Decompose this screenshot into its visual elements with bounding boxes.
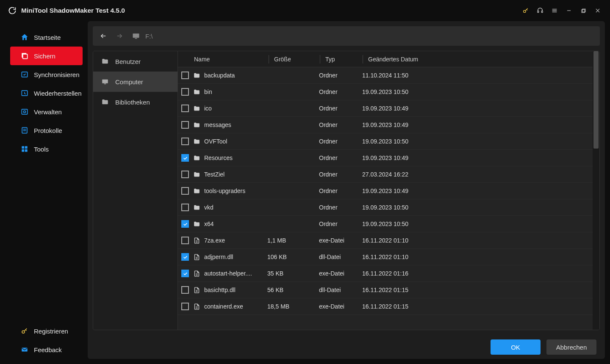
svg-rect-31 [104, 84, 106, 85]
row-checkbox[interactable] [181, 88, 189, 96]
tree-item-libraries[interactable]: Bibliotheken [93, 92, 177, 112]
file-row[interactable]: basichttp.dll56 KBdll-Datei16.11.2022 01… [178, 282, 599, 298]
folder-icon [101, 57, 109, 66]
file-date: 16.11.2022 01:15 [362, 287, 599, 293]
col-date[interactable]: Geändertes Datum [368, 56, 599, 63]
row-checkbox[interactable] [181, 72, 189, 79]
file-row[interactable]: x64Ordner19.09.2023 10:50 [178, 216, 599, 232]
sidebar-item-sync[interactable]: Synchronisieren [10, 65, 83, 84]
file-row[interactable]: tools-upgradersOrdner19.09.2023 10:49 [178, 183, 599, 199]
sidebar-item-label: Startseite [34, 34, 61, 41]
row-checkbox[interactable] [181, 154, 189, 162]
file-row[interactable]: adjperm.dll106 KBdll-Datei16.11.2022 01:… [178, 249, 599, 265]
svg-rect-12 [23, 54, 28, 59]
file-type: exe-Datei [319, 303, 362, 310]
minimize-button[interactable] [562, 4, 576, 17]
sidebar-item-logs[interactable]: Protokolle [10, 121, 83, 140]
row-checkbox[interactable] [181, 253, 189, 261]
pathbar: F:\ [93, 26, 600, 46]
svg-rect-21 [25, 146, 28, 149]
svg-rect-7 [582, 9, 585, 12]
file-icon [192, 253, 201, 261]
file-row[interactable]: 7za.exe1,1 MBexe-Datei16.11.2022 01:10 [178, 232, 599, 249]
ok-button[interactable]: OK [491, 339, 541, 355]
file-date: 19.09.2023 10:50 [362, 138, 599, 145]
maximize-button[interactable] [576, 4, 591, 17]
tree-item-label: Computer [115, 78, 143, 85]
menu-icon[interactable] [547, 4, 562, 17]
row-checkbox[interactable] [181, 220, 189, 228]
file-row[interactable]: containerd.exe18,5 MBexe-Datei16.11.2022… [178, 298, 599, 315]
sidebar-item-tools[interactable]: Tools [10, 140, 83, 158]
titlebar: MiniTool ShadowMaker Test 4.5.0 [5, 0, 605, 21]
file-name: TestZiel [204, 171, 225, 178]
col-type[interactable]: Typ [325, 56, 363, 63]
folder-icon [192, 220, 201, 228]
tree-item-computer[interactable]: Computer [93, 72, 177, 92]
file-row[interactable]: icoOrdner19.09.2023 10:49 [178, 100, 599, 117]
row-checkbox[interactable] [181, 303, 189, 310]
col-name[interactable]: Name [192, 56, 269, 63]
cancel-button[interactable]: Abbrechen [546, 339, 596, 355]
file-date: 16.11.2022 01:10 [362, 254, 599, 260]
sidebar-item-register[interactable]: Registrieren [10, 322, 83, 340]
file-row[interactable]: ResourcesOrdner19.09.2023 10:49 [178, 150, 599, 166]
sidebar-item-label: Verwalten [34, 108, 62, 116]
row-checkbox[interactable] [181, 237, 189, 244]
file-row[interactable]: OVFToolOrdner19.09.2023 10:50 [178, 133, 599, 150]
headset-icon[interactable] [533, 4, 547, 17]
file-row[interactable]: binOrdner19.09.2023 10:50 [178, 84, 599, 100]
sidebar-item-label: Feedback [34, 346, 62, 353]
close-button[interactable] [591, 4, 605, 17]
tree-item-users[interactable]: Benutzer [93, 51, 177, 72]
svg-rect-28 [133, 33, 139, 38]
svg-rect-2 [541, 11, 543, 13]
svg-rect-22 [22, 149, 24, 152]
file-icon [192, 269, 201, 278]
row-checkbox[interactable] [181, 187, 189, 195]
file-browser: Benutzer Computer Bibliotheken [93, 51, 600, 330]
key-icon[interactable] [518, 4, 533, 17]
row-checkbox[interactable] [181, 121, 189, 129]
sidebar-item-feedback[interactable]: Feedback [10, 340, 83, 359]
sidebar-item-label: Synchronisieren [34, 71, 80, 78]
col-size[interactable]: Größe [274, 56, 320, 63]
row-checkbox[interactable] [181, 105, 189, 112]
file-row[interactable]: messagesOrdner19.09.2023 10:49 [178, 117, 599, 133]
file-row[interactable]: vkdOrdner19.09.2023 10:50 [178, 199, 599, 216]
file-row[interactable]: autostart-helper....35 KBexe-Datei16.11.… [178, 265, 599, 282]
file-row[interactable]: backupdataOrdner11.10.2024 11:50 [178, 67, 599, 84]
key-icon [20, 327, 29, 335]
backup-icon [20, 52, 29, 60]
row-checkbox[interactable] [181, 171, 189, 178]
folder-icon [192, 88, 201, 96]
sidebar-item-label: Protokolle [34, 127, 62, 134]
file-date: 16.11.2022 01:15 [362, 303, 599, 310]
sidebar-item-backup[interactable]: Sichern [10, 47, 83, 65]
mail-icon [20, 345, 29, 354]
sidebar-item-manage[interactable]: Verwalten [10, 102, 83, 121]
row-checkbox[interactable] [181, 204, 189, 211]
nav-back-button[interactable] [96, 29, 111, 43]
sidebar-item-home[interactable]: Startseite [10, 28, 83, 47]
nav-forward-button[interactable] [112, 29, 127, 43]
row-checkbox[interactable] [181, 138, 189, 145]
scrollbar-thumb[interactable] [593, 51, 599, 149]
file-row[interactable]: TestZielOrdner27.03.2024 16:22 [178, 166, 599, 183]
app-logo-icon [7, 5, 18, 16]
row-checkbox[interactable] [181, 270, 189, 277]
tools-icon [20, 145, 29, 153]
svg-rect-29 [135, 38, 137, 39]
file-size: 1,1 MB [267, 237, 319, 244]
file-icon [192, 286, 201, 294]
file-date: 19.09.2023 10:49 [362, 121, 599, 128]
svg-rect-23 [25, 149, 28, 152]
sidebar-item-label: Registrieren [34, 328, 68, 335]
file-date: 19.09.2023 10:50 [362, 204, 599, 211]
sidebar-item-restore[interactable]: Wiederherstellen [10, 84, 83, 102]
row-checkbox[interactable] [181, 286, 189, 294]
sidebar-item-label: Sichern [34, 52, 55, 60]
scrollbar[interactable] [593, 51, 599, 330]
file-type: Ordner [319, 221, 362, 227]
file-list: backupdataOrdner11.10.2024 11:50binOrdne… [178, 67, 599, 330]
